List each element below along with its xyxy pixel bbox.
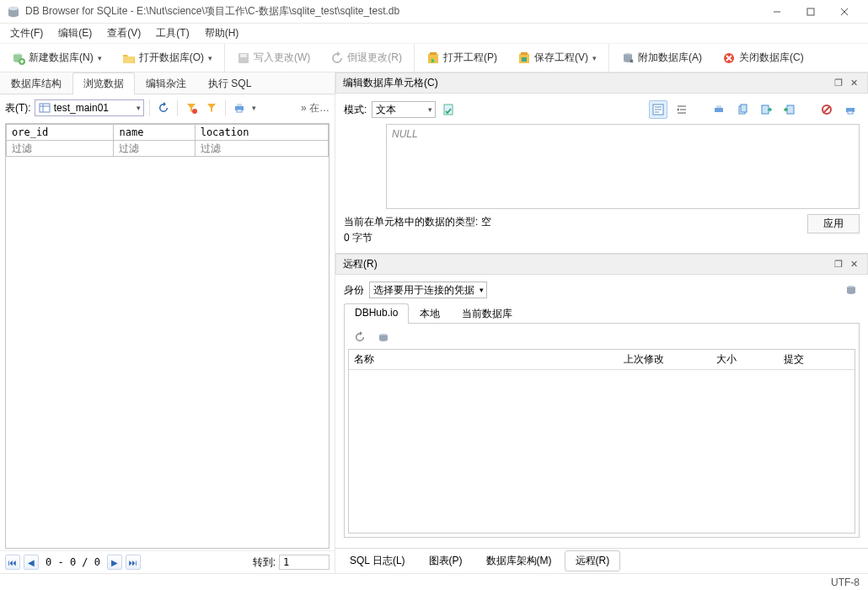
main-toolbar: 新建数据库(N)▾ 打开数据库(O)▾ 写入更改(W) 倒退更改(R) 打开工程…: [0, 44, 868, 72]
revert-icon: [330, 51, 344, 65]
menu-view[interactable]: 查看(V): [102, 24, 146, 42]
save-filter-button[interactable]: [203, 99, 220, 116]
column-header[interactable]: location: [195, 125, 328, 141]
chevron-down-icon: ▾: [98, 54, 102, 62]
svg-rect-41: [787, 105, 794, 114]
close-panel-button[interactable]: ✕: [847, 258, 860, 271]
at-label[interactable]: » 在…: [301, 101, 330, 115]
refresh-button[interactable]: [155, 99, 172, 116]
tab-edit-pragmas[interactable]: 编辑杂注: [135, 72, 197, 94]
identity-label: 身份: [344, 283, 364, 298]
maximize-button[interactable]: [794, 0, 828, 24]
revert-changes-button[interactable]: 倒退更改(R): [327, 49, 405, 67]
save-icon: [237, 51, 250, 65]
left-pane: 数据库结构 浏览数据 编辑杂注 执行 SQL 表(T): test_main01…: [0, 72, 335, 573]
undock-button[interactable]: ❐: [832, 258, 845, 271]
menu-file[interactable]: 文件(F): [5, 24, 48, 42]
save-project-icon: [517, 51, 531, 65]
column-header[interactable]: name: [114, 125, 195, 141]
filter-input[interactable]: [12, 142, 49, 154]
new-database-button[interactable]: 新建数据库(N)▾: [8, 49, 105, 67]
svg-rect-39: [741, 105, 747, 112]
remote-col-name[interactable]: 名称: [349, 350, 619, 369]
svg-rect-21: [40, 104, 50, 112]
cell-type-status: 当前在单元格中的数据的类型: 空 0 字节: [344, 214, 799, 246]
subtab-current[interactable]: 当前数据库: [451, 303, 523, 324]
import-icon[interactable]: [780, 100, 799, 119]
svg-rect-11: [240, 54, 247, 57]
first-record-button[interactable]: ⏮: [5, 555, 20, 570]
btab-schema[interactable]: 数据库架构(M): [475, 550, 563, 571]
encoding-status: UTF-8: [831, 577, 860, 588]
clear-filters-button[interactable]: [183, 99, 200, 116]
close-panel-button[interactable]: ✕: [847, 77, 860, 90]
btab-plot[interactable]: 图表(P): [418, 550, 474, 571]
remote-table[interactable]: 名称 上次修改 大小 提交: [348, 349, 855, 534]
subtab-local[interactable]: 本地: [409, 303, 451, 324]
column-header[interactable]: ore_id: [7, 125, 114, 141]
menu-edit[interactable]: 编辑(E): [53, 24, 97, 42]
open-database-button[interactable]: 打开数据库(O)▾: [119, 49, 216, 67]
chevron-down-icon: ▾: [480, 286, 484, 294]
svg-rect-36: [715, 108, 723, 112]
mode-label: 模式:: [344, 103, 367, 117]
data-grid[interactable]: ore_id name location: [5, 123, 330, 549]
minimize-button[interactable]: [760, 0, 794, 24]
goto-input[interactable]: [279, 555, 330, 570]
btab-remote[interactable]: 远程(R): [565, 550, 621, 571]
print-button[interactable]: [231, 99, 248, 116]
remote-panel: 身份 选择要用于连接的凭据 ▾ DBHub.io 本地 当前数据库: [335, 275, 868, 573]
remote-refresh-button[interactable]: [351, 329, 368, 346]
null-icon[interactable]: [817, 100, 836, 119]
cell-edit-panel: 模式: 文本 ▾: [335, 94, 868, 254]
remote-settings-button[interactable]: [843, 282, 860, 298]
cell-edit-panel-title: 编辑数据库单元格(C) ❐ ✕: [335, 72, 868, 94]
mode-select[interactable]: 文本 ▾: [372, 101, 436, 118]
tab-database-structure[interactable]: 数据库结构: [0, 72, 72, 94]
close-button[interactable]: [828, 0, 861, 24]
tab-execute-sql[interactable]: 执行 SQL: [197, 72, 262, 94]
print-icon[interactable]: [710, 100, 728, 119]
remote-push-button[interactable]: [375, 329, 392, 346]
prev-record-button[interactable]: ◀: [24, 555, 39, 570]
auto-format-button[interactable]: [441, 101, 458, 118]
filter-input[interactable]: [119, 142, 144, 154]
open-project-button[interactable]: 打开工程(P): [423, 49, 501, 67]
filter-input[interactable]: [201, 142, 248, 154]
svg-rect-16: [522, 57, 527, 62]
subtab-dbhub[interactable]: DBHub.io: [344, 303, 409, 324]
text-mode-icon[interactable]: [649, 100, 667, 119]
copy-icon[interactable]: [733, 100, 752, 119]
menu-help[interactable]: 帮助(H): [200, 24, 244, 42]
export-icon[interactable]: [757, 100, 775, 119]
tab-browse-data[interactable]: 浏览数据: [72, 72, 135, 94]
remote-col-size[interactable]: 大小: [711, 350, 779, 369]
last-record-button[interactable]: ⏭: [126, 555, 141, 570]
save-project-button[interactable]: 保存工程(V)▾: [514, 49, 600, 67]
cell-value-box[interactable]: NULL: [386, 124, 860, 209]
indent-icon[interactable]: [672, 100, 691, 119]
remote-col-commit[interactable]: 提交: [779, 350, 855, 369]
print-cell-icon[interactable]: [841, 100, 860, 119]
remote-panel-title: 远程(R) ❐ ✕: [335, 254, 868, 275]
svg-point-24: [192, 109, 197, 114]
attach-icon: [621, 51, 635, 65]
svg-rect-3: [807, 8, 814, 15]
svg-rect-27: [237, 110, 242, 112]
undock-button[interactable]: ❐: [832, 77, 845, 90]
titlebar: DB Browser for SQLite - E:\Nut\science\项…: [0, 0, 868, 24]
remote-col-modified[interactable]: 上次修改: [619, 350, 711, 369]
apply-button[interactable]: 应用: [807, 214, 860, 233]
svg-rect-15: [521, 52, 528, 55]
btab-sql-log[interactable]: SQL 日志(L): [339, 550, 416, 571]
write-changes-button[interactable]: 写入更改(W): [233, 49, 313, 67]
svg-rect-37: [716, 105, 721, 108]
attach-database-button[interactable]: 附加数据库(A): [618, 49, 705, 67]
table-select[interactable]: test_main01 ▾: [35, 99, 144, 116]
next-record-button[interactable]: ▶: [107, 555, 122, 570]
new-database-icon: [12, 51, 25, 65]
identity-select[interactable]: 选择要用于连接的凭据 ▾: [369, 282, 487, 298]
menu-tools[interactable]: 工具(T): [151, 24, 194, 42]
bottom-tabs: SQL 日志(L) 图表(P) 数据库架构(M) 远程(R): [335, 548, 868, 573]
close-database-button[interactable]: 关闭数据库(C): [719, 49, 807, 67]
